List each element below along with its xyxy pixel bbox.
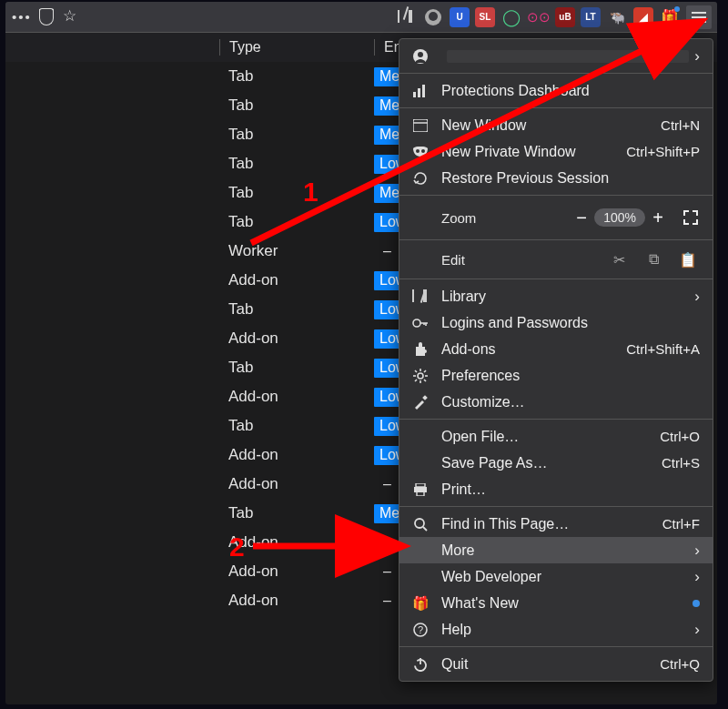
annotation-number-2: 2	[229, 532, 245, 562]
svg-line-29	[251, 24, 697, 243]
annotation-number-1: 1	[303, 177, 318, 208]
annotation-layer	[5, 2, 717, 704]
app-window: ••• ☆ U SL ◯ ⊙⊙ uB LT 🐃 ◢ 🎁 Type Energy …	[5, 2, 717, 704]
